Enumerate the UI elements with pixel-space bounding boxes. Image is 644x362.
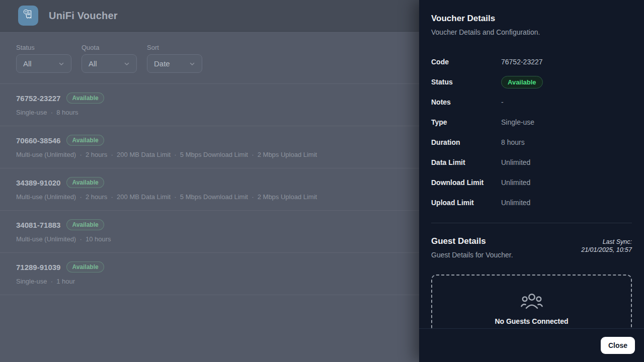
last-sync-label: Last Sync: (581, 238, 632, 246)
field-label: Data Limit (431, 158, 501, 166)
field-value: 76752-23227 (501, 58, 543, 66)
close-button[interactable]: Close (601, 337, 635, 354)
field-value: Single-use (501, 118, 534, 126)
voucher-details-drawer: Voucher Details Voucher Details and Conf… (419, 0, 644, 362)
field-label: Notes (431, 98, 501, 106)
field-label: Type (431, 118, 501, 126)
drawer-footer: Close (419, 328, 644, 362)
field-value: 8 hours (501, 138, 525, 146)
field-label: Download Limit (431, 178, 501, 187)
field-label: Duration (431, 138, 501, 146)
field-row-duration: Duration 8 hours (431, 132, 632, 152)
field-row-type: Type Single-use (431, 112, 632, 132)
field-value: Unlimited (501, 199, 530, 207)
guest-details-subtitle: Guest Details for Voucher. (431, 250, 513, 259)
field-label: Code (431, 58, 501, 66)
field-row-notes: Notes - (431, 92, 632, 112)
guest-details-title: Guest Details (431, 236, 513, 246)
field-row-data-limit: Data Limit Unlimited (431, 152, 632, 172)
field-value: Unlimited (501, 178, 530, 187)
drawer-subtitle: Voucher Details and Configuration. (431, 28, 632, 37)
section-divider (431, 223, 632, 223)
guest-details-header: Guest Details Guest Details for Voucher.… (431, 236, 632, 259)
field-label: Status (431, 78, 501, 86)
field-value: Unlimited (501, 158, 530, 166)
field-row-status: Status Available (431, 72, 632, 92)
modal-backdrop[interactable] (0, 0, 419, 362)
field-value: - (501, 98, 504, 106)
field-row-download-limit: Download Limit Unlimited (431, 172, 632, 193)
voucher-fields: Code 76752-23227 Status Available Notes … (431, 52, 632, 213)
field-row-code: Code 76752-23227 (431, 52, 632, 72)
status-badge: Available (501, 76, 543, 88)
field-label: Upload Limit (431, 199, 501, 207)
no-guests-text: No Guests Connected (495, 317, 568, 325)
drawer-title: Voucher Details (431, 14, 632, 24)
last-sync-value: 21/01/2025, 10:57 (581, 246, 632, 254)
field-row-upload-limit: Upload Limit Unlimited (431, 193, 632, 213)
guests-group-icon (520, 292, 543, 313)
last-sync: Last Sync: 21/01/2025, 10:57 (581, 236, 632, 259)
